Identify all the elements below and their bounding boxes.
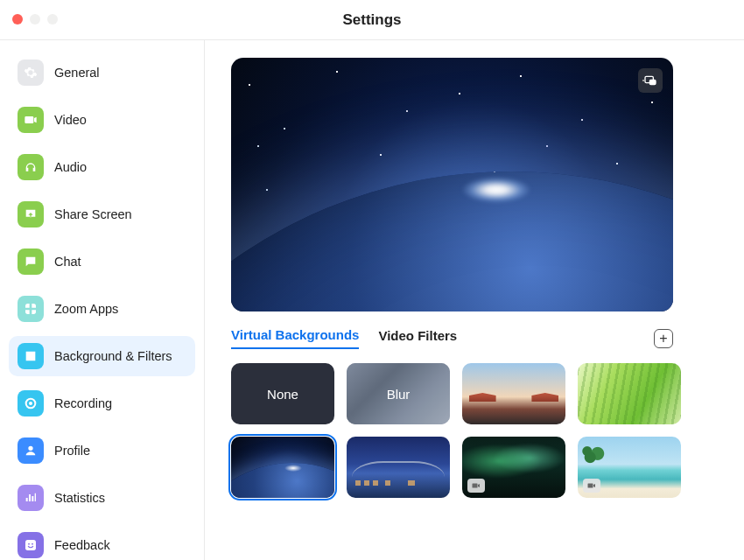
sidebar: GeneralVideoAudioShare ScreenChatZoom Ap… xyxy=(0,40,205,560)
preview-sunrise xyxy=(461,177,531,203)
background-grid: NoneBlur xyxy=(231,363,686,498)
video-icon xyxy=(18,107,44,133)
headphones-icon xyxy=(18,154,44,180)
background-tile-label: Blur xyxy=(387,387,411,402)
main-panel: Virtual Backgrounds Video Filters + None… xyxy=(205,40,744,560)
smile-icon xyxy=(18,532,44,558)
plus-icon: + xyxy=(659,332,667,346)
sidebar-item-feedback[interactable]: Feedback xyxy=(9,525,195,560)
background-tile-blur[interactable]: Blur xyxy=(347,363,450,424)
profile-icon xyxy=(18,438,44,464)
tab-virtual-backgrounds[interactable]: Virtual Backgrounds xyxy=(231,327,359,349)
sidebar-item-label: Statistics xyxy=(54,491,105,505)
stats-icon xyxy=(18,485,44,511)
sidebar-item-label: General xyxy=(54,66,100,80)
share-icon xyxy=(18,201,44,228)
sidebar-item-label: Profile xyxy=(54,444,90,458)
close-window-button[interactable] xyxy=(12,14,23,24)
sidebar-item-label: Zoom Apps xyxy=(54,302,118,316)
background-tile-grass[interactable] xyxy=(578,363,681,424)
sidebar-item-chat[interactable]: Chat xyxy=(9,242,195,282)
apps-icon xyxy=(18,296,44,322)
sidebar-item-audio[interactable]: Audio xyxy=(9,147,195,187)
background-tile-harbour[interactable] xyxy=(347,437,450,498)
sidebar-item-recording[interactable]: Recording xyxy=(9,383,195,424)
window-controls xyxy=(12,14,58,24)
pop-out-preview-button[interactable] xyxy=(638,68,663,93)
content: GeneralVideoAudioShare ScreenChatZoom Ap… xyxy=(0,40,744,560)
preview-earth xyxy=(231,172,673,312)
window-title: Settings xyxy=(342,11,401,29)
background-tile-aurora[interactable] xyxy=(462,437,565,498)
sidebar-item-label: Share Screen xyxy=(54,207,132,221)
sidebar-item-label: Video xyxy=(54,113,87,127)
gear-icon xyxy=(18,60,44,86)
sidebar-item-label: Feedback xyxy=(54,538,110,552)
maximize-window-button[interactable] xyxy=(47,14,58,24)
sidebar-item-profile[interactable]: Profile xyxy=(9,430,195,471)
sidebar-item-apps[interactable]: Zoom Apps xyxy=(9,289,195,329)
background-tile-label: None xyxy=(267,387,298,402)
sidebar-item-general[interactable]: General xyxy=(9,52,195,93)
sidebar-item-video[interactable]: Video xyxy=(9,100,195,140)
chat-icon xyxy=(18,248,44,275)
sidebar-item-bgfilters[interactable]: Background & Filters xyxy=(9,336,195,376)
video-badge-icon xyxy=(583,479,600,493)
background-tile-none[interactable]: None xyxy=(231,363,334,424)
background-tile-bridge[interactable] xyxy=(462,363,565,424)
sidebar-item-stats[interactable]: Statistics xyxy=(9,478,195,518)
sidebar-item-label: Background & Filters xyxy=(54,349,172,363)
minimize-window-button[interactable] xyxy=(30,14,40,24)
sidebar-item-share[interactable]: Share Screen xyxy=(9,194,195,234)
background-tile-earth[interactable] xyxy=(231,437,334,498)
background-tile-beach[interactable] xyxy=(578,437,681,498)
sidebar-item-label: Audio xyxy=(54,160,87,174)
pop-out-icon xyxy=(643,74,657,88)
tab-row: Virtual Backgrounds Video Filters + xyxy=(231,327,673,349)
record-icon xyxy=(18,390,44,416)
video-badge-icon xyxy=(467,479,485,493)
titlebar: Settings xyxy=(0,0,744,40)
add-background-button[interactable]: + xyxy=(654,329,673,348)
svg-rect-1 xyxy=(649,80,656,84)
sidebar-item-label: Chat xyxy=(54,255,81,269)
sidebar-item-label: Recording xyxy=(54,396,112,410)
person-bg-icon xyxy=(18,343,44,369)
video-preview xyxy=(231,58,673,312)
tab-video-filters[interactable]: Video Filters xyxy=(378,328,457,348)
